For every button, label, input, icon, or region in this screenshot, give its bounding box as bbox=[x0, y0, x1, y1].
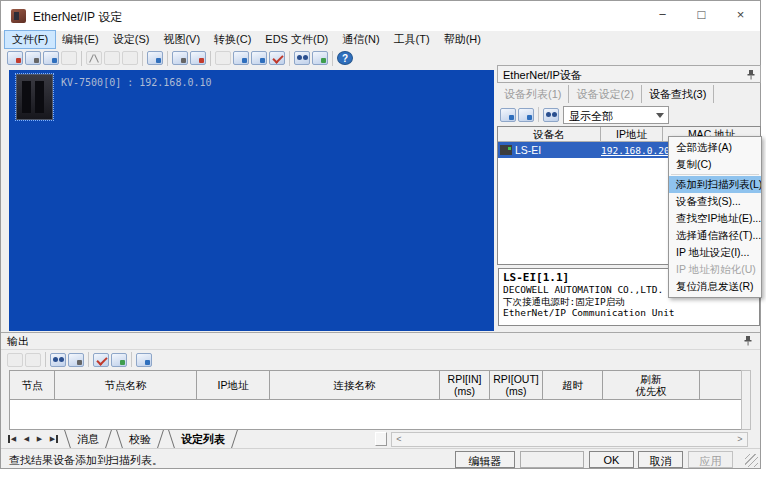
close-button[interactable]: × bbox=[721, 1, 760, 30]
output-check-icon[interactable] bbox=[93, 353, 109, 367]
menu-item-comm[interactable]: 通信(N) bbox=[335, 31, 386, 48]
menu-item-convert[interactable]: 转换(C) bbox=[207, 31, 258, 48]
filter-select[interactable]: 显示全部 bbox=[563, 106, 669, 124]
tab-settings-list[interactable]: 设定列表 bbox=[169, 430, 237, 448]
menu-item-reset-message-send[interactable]: 复位消息发送(R) bbox=[669, 278, 761, 295]
toolbar-separator bbox=[538, 107, 539, 122]
filter-value: 显示全部 bbox=[569, 110, 613, 122]
scroll-left-button[interactable]: < bbox=[392, 433, 406, 446]
horizontal-scrollbar[interactable]: < > bbox=[391, 432, 748, 447]
scroll-right-button[interactable]: > bbox=[733, 433, 747, 446]
tab-nav-last-button[interactable]: ▶ bbox=[46, 432, 59, 446]
monitor-icon[interactable] bbox=[233, 51, 249, 65]
ok-button[interactable]: OK bbox=[589, 451, 634, 468]
menu-item-eds-file[interactable]: EDS 文件(D) bbox=[258, 31, 335, 48]
menu-item-select-all[interactable]: 全部选择(A) bbox=[669, 139, 761, 156]
title-bar: EtherNet/IP 设定 − □ × bbox=[1, 1, 760, 31]
col-node[interactable]: 节点 bbox=[10, 371, 55, 399]
menu-item-edit[interactable]: 编辑(E) bbox=[55, 31, 106, 48]
pin-icon[interactable] bbox=[747, 70, 755, 82]
compare-icon[interactable] bbox=[25, 51, 41, 65]
status-bar: 查找结果设备添加到扫描列表。 编辑器 OK 取消 应用 bbox=[1, 448, 760, 469]
menu-item-file[interactable]: 文件(F) bbox=[5, 31, 55, 48]
paste-icon bbox=[122, 51, 138, 65]
editor-button[interactable]: 编辑器 bbox=[455, 451, 515, 468]
cut-icon bbox=[86, 51, 102, 65]
col-rpi-in[interactable]: RPI[IN](ms) bbox=[440, 371, 490, 399]
window-controls: − □ × bbox=[643, 1, 760, 31]
output-table: 节点 节点名称 IP地址 连接名称 RPI[IN](ms) RPI[OUT](m… bbox=[9, 370, 743, 430]
cancel-button[interactable]: 取消 bbox=[638, 451, 683, 468]
connect-icon[interactable] bbox=[7, 51, 23, 65]
clear-icon[interactable] bbox=[190, 51, 206, 65]
col-node-ip[interactable]: IP地址 bbox=[197, 371, 270, 399]
menu-item-add-to-scan-list[interactable]: 添加到扫描列表(L) bbox=[669, 176, 761, 193]
col-filler bbox=[700, 371, 742, 399]
eds-edit-icon[interactable] bbox=[172, 51, 188, 65]
scan-list-icon[interactable] bbox=[312, 51, 328, 65]
maximize-button[interactable]: □ bbox=[682, 1, 721, 30]
toolbar-separator bbox=[332, 51, 333, 66]
output-find-icon[interactable] bbox=[50, 353, 66, 367]
tab-device-list[interactable]: 设备列表(1) bbox=[497, 85, 569, 103]
tab-verify[interactable]: 校验 bbox=[117, 430, 163, 448]
resize-grip[interactable] bbox=[745, 454, 758, 467]
col-device-name[interactable]: 设备名 bbox=[498, 127, 601, 141]
find-device-icon[interactable] bbox=[543, 108, 559, 122]
output-panel-icon[interactable] bbox=[68, 353, 84, 367]
toolbar-separator bbox=[167, 51, 168, 66]
menu-item-copy[interactable]: 复制(C) bbox=[669, 156, 761, 173]
help-icon[interactable]: ? bbox=[337, 51, 353, 65]
device-panel-toolbar: 显示全部 bbox=[497, 104, 761, 125]
status-field bbox=[520, 451, 584, 468]
unit-editor-canvas[interactable]: KV-7500[0] : 192.168.0.10 bbox=[9, 70, 494, 331]
col-rpi-out[interactable]: RPI[OUT](ms) bbox=[490, 371, 543, 399]
copy-icon bbox=[104, 51, 120, 65]
menu-item-device-find[interactable]: 设备查找(S)... bbox=[669, 193, 761, 210]
output-grid-icon[interactable] bbox=[136, 353, 152, 367]
menu-item-select-comm-path[interactable]: 选择通信路径(T)... bbox=[669, 227, 761, 244]
tab-messages[interactable]: 消息 bbox=[65, 430, 111, 448]
unit-editor-icon[interactable] bbox=[43, 51, 59, 65]
tab-device-find[interactable]: 设备查找(3) bbox=[642, 85, 714, 103]
device-panel-tabs: 设备列表(1) 设备设定(2) 设备查找(3) bbox=[497, 85, 761, 103]
device-info-description: EtherNet/IP Communication Unit bbox=[503, 307, 755, 319]
sensor-monitor-icon[interactable] bbox=[251, 51, 267, 65]
menu-item-view[interactable]: 视图(V) bbox=[156, 31, 207, 48]
add-all-devices-icon[interactable] bbox=[518, 108, 534, 122]
col-node-name[interactable]: 节点名称 bbox=[55, 371, 197, 399]
menu-item-ip-address-setting[interactable]: IP 地址设定(I)... bbox=[669, 244, 761, 261]
output-toolbar bbox=[1, 349, 760, 369]
toolbar-separator bbox=[131, 352, 132, 367]
menu-item-settings[interactable]: 设定(S) bbox=[106, 31, 157, 48]
menu-item-tools[interactable]: 工具(T) bbox=[387, 31, 437, 48]
verify-icon[interactable] bbox=[269, 51, 285, 65]
unit-copy-icon bbox=[61, 51, 77, 65]
col-refresh-priority[interactable]: 刷新优先权 bbox=[603, 371, 700, 399]
device-panel-header: EtherNet/IP设备 bbox=[497, 65, 761, 83]
pin-icon[interactable] bbox=[744, 336, 752, 348]
minimize-button[interactable]: − bbox=[643, 1, 682, 30]
tab-nav-prev-button[interactable]: ◀ bbox=[20, 432, 33, 446]
transfer-icon[interactable] bbox=[147, 51, 163, 65]
menu-bar: 文件(F) 编辑(E) 设定(S) 视图(V) 转换(C) EDS 文件(D) … bbox=[1, 31, 760, 48]
output-paste-icon bbox=[25, 353, 41, 367]
toolbar-separator bbox=[210, 51, 211, 66]
device-icon bbox=[500, 145, 512, 155]
output-vertical-scrollbar[interactable] bbox=[741, 370, 751, 430]
tab-nav-first-button[interactable]: ◀ bbox=[7, 432, 20, 446]
device-find-icon[interactable] bbox=[294, 51, 310, 65]
add-device-icon[interactable] bbox=[500, 108, 516, 122]
col-ip-address[interactable]: IP地址 bbox=[601, 127, 663, 141]
tab-bar-splitter[interactable] bbox=[375, 432, 387, 446]
menu-item-find-empty-ip[interactable]: 查找空IP地址(E)... bbox=[669, 210, 761, 227]
tab-nav-next-button[interactable]: ▶ bbox=[33, 432, 46, 446]
menu-item-help[interactable]: 帮助(H) bbox=[437, 31, 488, 48]
apply-button: 应用 bbox=[688, 451, 733, 468]
output-check-settings-icon[interactable] bbox=[111, 353, 127, 367]
plc-device-icon[interactable] bbox=[16, 74, 53, 120]
toolbar-separator bbox=[81, 51, 82, 66]
col-timeout[interactable]: 超时 bbox=[543, 371, 603, 399]
col-connection-name[interactable]: 连接名称 bbox=[270, 371, 440, 399]
tab-device-settings[interactable]: 设备设定(2) bbox=[569, 85, 641, 103]
